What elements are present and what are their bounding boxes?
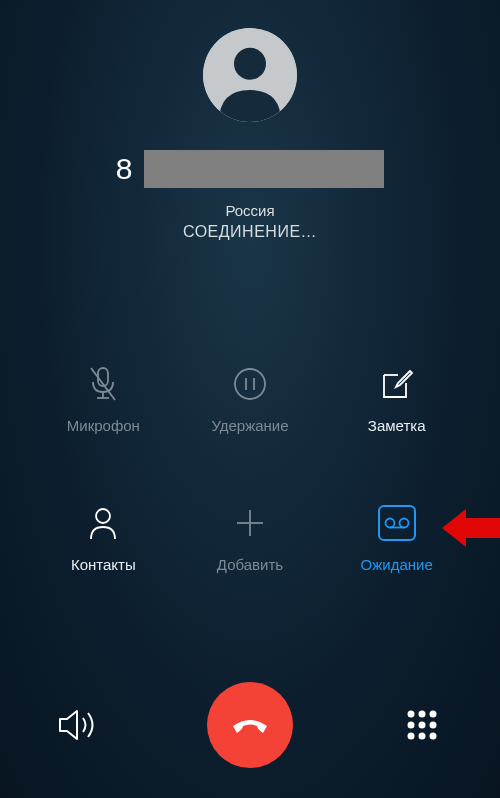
wait-label: Ожидание [361, 556, 433, 573]
avatar-container [0, 0, 500, 122]
add-label: Добавить [217, 556, 283, 573]
pause-circle-icon [231, 365, 269, 403]
avatar [203, 28, 297, 122]
svg-point-22 [419, 733, 426, 740]
svg-point-15 [408, 711, 415, 718]
svg-point-18 [408, 722, 415, 729]
phone-number-row: 8 [0, 150, 500, 188]
svg-point-12 [385, 519, 394, 528]
mute-button[interactable]: Микрофон [30, 365, 177, 434]
svg-point-6 [235, 369, 265, 399]
plus-icon [231, 504, 269, 542]
svg-point-19 [419, 722, 426, 729]
svg-point-13 [399, 519, 408, 528]
arrow-annotation-icon [442, 505, 500, 551]
note-label: Заметка [368, 417, 426, 434]
speaker-button[interactable] [55, 702, 101, 748]
mute-label: Микрофон [67, 417, 140, 434]
add-button[interactable]: Добавить [177, 504, 324, 573]
speaker-icon [57, 707, 99, 743]
note-button[interactable]: Заметка [323, 365, 470, 434]
svg-point-20 [430, 722, 437, 729]
phone-hangup-icon [227, 702, 273, 748]
phone-number-prefix: 8 [116, 152, 133, 186]
person-icon [84, 504, 122, 542]
microphone-muted-icon [84, 365, 122, 403]
svg-point-16 [419, 711, 426, 718]
contacts-button[interactable]: Контакты [30, 504, 177, 573]
voicemail-box-icon [378, 504, 416, 542]
contacts-label: Контакты [71, 556, 136, 573]
svg-point-9 [96, 509, 110, 523]
svg-point-21 [408, 733, 415, 740]
end-call-button[interactable] [207, 682, 293, 768]
country-label: Россия [0, 202, 500, 219]
bottom-bar [0, 682, 500, 768]
phone-number-redacted [144, 150, 384, 188]
svg-point-23 [430, 733, 437, 740]
action-grid: Микрофон Удержание Заметка [0, 365, 500, 573]
call-status: СОЕДИНЕНИЕ… [0, 223, 500, 241]
hold-button[interactable]: Удержание [177, 365, 324, 434]
hold-label: Удержание [211, 417, 288, 434]
svg-point-1 [234, 48, 266, 80]
dialpad-icon [404, 707, 440, 743]
dialpad-button[interactable] [399, 702, 445, 748]
note-pencil-icon [378, 365, 416, 403]
svg-point-17 [430, 711, 437, 718]
